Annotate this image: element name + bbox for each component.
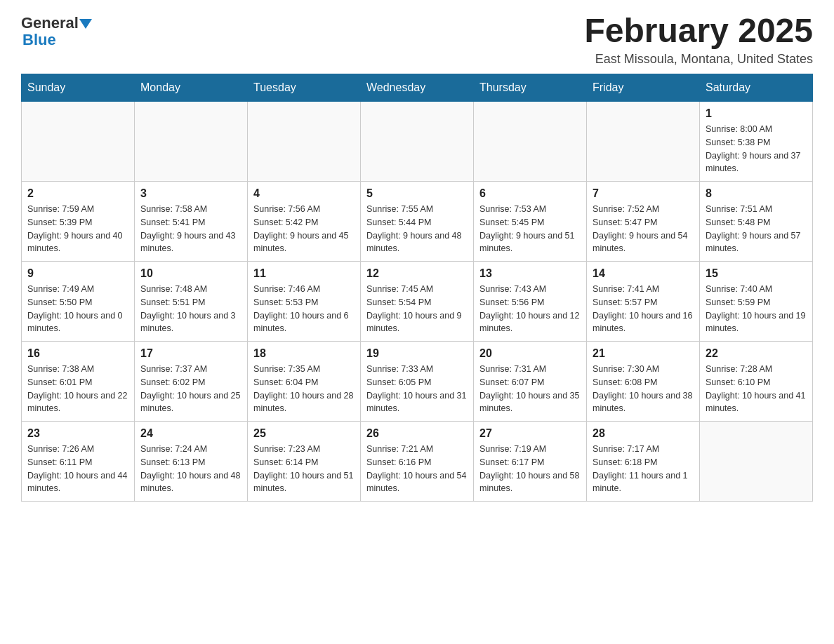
day-number: 3 — [140, 187, 241, 200]
day-number: 5 — [366, 187, 468, 200]
header-tuesday: Tuesday — [248, 74, 361, 102]
calendar-cell: 28Sunrise: 7:17 AMSunset: 6:18 PMDayligh… — [587, 422, 700, 502]
logo: General Blue — [21, 14, 92, 49]
month-title: February 2025 — [584, 14, 813, 48]
header-thursday: Thursday — [474, 74, 587, 102]
day-info: Sunrise: 7:40 AMSunset: 5:59 PMDaylight:… — [706, 283, 807, 335]
day-info: Sunrise: 7:49 AMSunset: 5:50 PMDaylight:… — [27, 283, 128, 335]
header-saturday: Saturday — [700, 74, 813, 102]
week-row-5: 23Sunrise: 7:26 AMSunset: 6:11 PMDayligh… — [22, 422, 813, 502]
logo-blue-text: Blue — [21, 31, 56, 49]
day-info: Sunrise: 7:37 AMSunset: 6:02 PMDaylight:… — [140, 363, 241, 415]
week-row-4: 16Sunrise: 7:38 AMSunset: 6:01 PMDayligh… — [22, 342, 813, 422]
calendar-cell: 5Sunrise: 7:55 AMSunset: 5:44 PMDaylight… — [361, 182, 474, 262]
day-number: 28 — [593, 427, 694, 440]
day-info: Sunrise: 7:56 AMSunset: 5:42 PMDaylight:… — [253, 203, 355, 255]
day-number: 19 — [366, 347, 468, 360]
day-info: Sunrise: 7:33 AMSunset: 6:05 PMDaylight:… — [366, 363, 468, 415]
week-row-3: 9Sunrise: 7:49 AMSunset: 5:50 PMDaylight… — [22, 262, 813, 342]
calendar-cell — [700, 422, 813, 502]
location-title: East Missoula, Montana, United States — [584, 52, 813, 67]
day-info: Sunrise: 7:30 AMSunset: 6:08 PMDaylight:… — [593, 363, 694, 415]
logo-triangle-icon — [79, 19, 92, 29]
day-number: 12 — [366, 267, 468, 280]
header-friday: Friday — [587, 74, 700, 102]
day-info: Sunrise: 7:59 AMSunset: 5:39 PMDaylight:… — [27, 203, 128, 255]
day-number: 1 — [706, 107, 807, 120]
svg-marker-0 — [79, 19, 92, 29]
calendar-cell: 7Sunrise: 7:52 AMSunset: 5:47 PMDaylight… — [587, 182, 700, 262]
day-info: Sunrise: 7:19 AMSunset: 6:17 PMDaylight:… — [479, 443, 581, 495]
calendar-cell: 4Sunrise: 7:56 AMSunset: 5:42 PMDaylight… — [248, 182, 361, 262]
logo-general-text: General — [21, 14, 79, 32]
day-info: Sunrise: 7:48 AMSunset: 5:51 PMDaylight:… — [140, 283, 241, 335]
calendar-cell: 27Sunrise: 7:19 AMSunset: 6:17 PMDayligh… — [474, 422, 587, 502]
day-number: 2 — [27, 187, 128, 200]
calendar-cell: 12Sunrise: 7:45 AMSunset: 5:54 PMDayligh… — [361, 262, 474, 342]
day-number: 23 — [27, 427, 128, 440]
day-info: Sunrise: 7:21 AMSunset: 6:16 PMDaylight:… — [366, 443, 468, 495]
day-number: 26 — [366, 427, 468, 440]
calendar-cell — [22, 102, 135, 182]
calendar-cell: 8Sunrise: 7:51 AMSunset: 5:48 PMDaylight… — [700, 182, 813, 262]
day-info: Sunrise: 7:58 AMSunset: 5:41 PMDaylight:… — [140, 203, 241, 255]
day-number: 22 — [706, 347, 807, 360]
day-number: 15 — [706, 267, 807, 280]
header-monday: Monday — [135, 74, 248, 102]
calendar-cell: 26Sunrise: 7:21 AMSunset: 6:16 PMDayligh… — [361, 422, 474, 502]
day-info: Sunrise: 7:24 AMSunset: 6:13 PMDaylight:… — [140, 443, 241, 495]
title-section: February 2025 East Missoula, Montana, Un… — [584, 14, 813, 67]
calendar-cell: 13Sunrise: 7:43 AMSunset: 5:56 PMDayligh… — [474, 262, 587, 342]
calendar-cell: 22Sunrise: 7:28 AMSunset: 6:10 PMDayligh… — [700, 342, 813, 422]
day-info: Sunrise: 7:41 AMSunset: 5:57 PMDaylight:… — [593, 283, 694, 335]
day-number: 25 — [253, 427, 355, 440]
calendar-cell: 1Sunrise: 8:00 AMSunset: 5:38 PMDaylight… — [700, 102, 813, 182]
calendar-cell: 23Sunrise: 7:26 AMSunset: 6:11 PMDayligh… — [22, 422, 135, 502]
day-info: Sunrise: 7:43 AMSunset: 5:56 PMDaylight:… — [479, 283, 581, 335]
calendar-cell: 3Sunrise: 7:58 AMSunset: 5:41 PMDaylight… — [135, 182, 248, 262]
header-wednesday: Wednesday — [361, 74, 474, 102]
day-number: 6 — [479, 187, 581, 200]
day-number: 10 — [140, 267, 241, 280]
day-info: Sunrise: 7:51 AMSunset: 5:48 PMDaylight:… — [706, 203, 807, 255]
calendar-cell — [135, 102, 248, 182]
calendar-cell: 18Sunrise: 7:35 AMSunset: 6:04 PMDayligh… — [248, 342, 361, 422]
calendar-cell: 14Sunrise: 7:41 AMSunset: 5:57 PMDayligh… — [587, 262, 700, 342]
day-number: 18 — [253, 347, 355, 360]
calendar-cell: 24Sunrise: 7:24 AMSunset: 6:13 PMDayligh… — [135, 422, 248, 502]
day-number: 17 — [140, 347, 241, 360]
header-sunday: Sunday — [22, 74, 135, 102]
day-info: Sunrise: 7:46 AMSunset: 5:53 PMDaylight:… — [253, 283, 355, 335]
days-of-week-row: SundayMondayTuesdayWednesdayThursdayFrid… — [22, 74, 813, 102]
calendar-cell — [248, 102, 361, 182]
day-info: Sunrise: 7:28 AMSunset: 6:10 PMDaylight:… — [706, 363, 807, 415]
day-number: 16 — [27, 347, 128, 360]
day-number: 4 — [253, 187, 355, 200]
calendar-cell: 6Sunrise: 7:53 AMSunset: 5:45 PMDaylight… — [474, 182, 587, 262]
calendar-table: SundayMondayTuesdayWednesdayThursdayFrid… — [21, 74, 813, 502]
week-row-1: 1Sunrise: 8:00 AMSunset: 5:38 PMDaylight… — [22, 102, 813, 182]
week-row-2: 2Sunrise: 7:59 AMSunset: 5:39 PMDaylight… — [22, 182, 813, 262]
calendar-cell: 10Sunrise: 7:48 AMSunset: 5:51 PMDayligh… — [135, 262, 248, 342]
day-info: Sunrise: 7:38 AMSunset: 6:01 PMDaylight:… — [27, 363, 128, 415]
day-number: 14 — [593, 267, 694, 280]
day-info: Sunrise: 7:23 AMSunset: 6:14 PMDaylight:… — [253, 443, 355, 495]
calendar-cell: 17Sunrise: 7:37 AMSunset: 6:02 PMDayligh… — [135, 342, 248, 422]
calendar-cell: 2Sunrise: 7:59 AMSunset: 5:39 PMDaylight… — [22, 182, 135, 262]
day-number: 27 — [479, 427, 581, 440]
day-info: Sunrise: 7:55 AMSunset: 5:44 PMDaylight:… — [366, 203, 468, 255]
day-number: 20 — [479, 347, 581, 360]
day-info: Sunrise: 7:26 AMSunset: 6:11 PMDaylight:… — [27, 443, 128, 495]
calendar-body: 1Sunrise: 8:00 AMSunset: 5:38 PMDaylight… — [22, 102, 813, 502]
calendar-cell: 15Sunrise: 7:40 AMSunset: 5:59 PMDayligh… — [700, 262, 813, 342]
day-number: 24 — [140, 427, 241, 440]
day-info: Sunrise: 7:52 AMSunset: 5:47 PMDaylight:… — [593, 203, 694, 255]
calendar-cell — [474, 102, 587, 182]
day-info: Sunrise: 7:31 AMSunset: 6:07 PMDaylight:… — [479, 363, 581, 415]
day-info: Sunrise: 7:45 AMSunset: 5:54 PMDaylight:… — [366, 283, 468, 335]
day-number: 8 — [706, 187, 807, 200]
calendar-cell: 20Sunrise: 7:31 AMSunset: 6:07 PMDayligh… — [474, 342, 587, 422]
calendar-cell: 19Sunrise: 7:33 AMSunset: 6:05 PMDayligh… — [361, 342, 474, 422]
day-info: Sunrise: 7:17 AMSunset: 6:18 PMDaylight:… — [593, 443, 694, 495]
calendar-cell: 25Sunrise: 7:23 AMSunset: 6:14 PMDayligh… — [248, 422, 361, 502]
